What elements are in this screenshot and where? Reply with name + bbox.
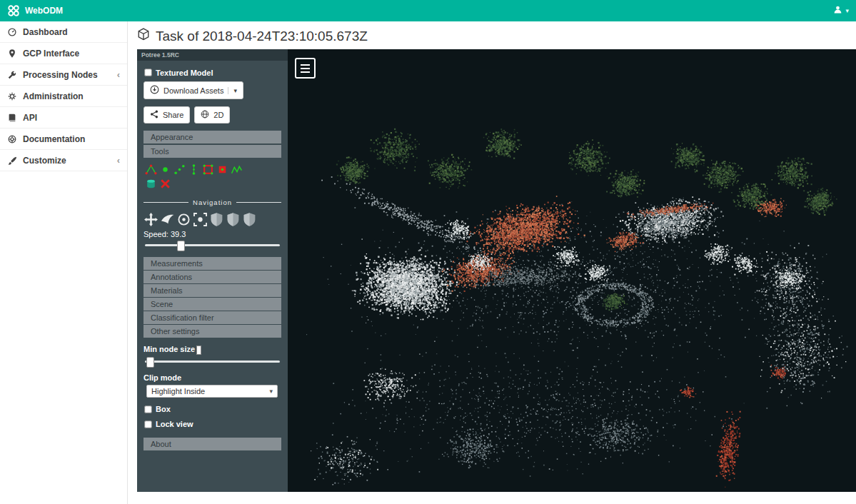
tools-section-header[interactable]: Tools [143, 145, 281, 158]
textured-model-label: Textured Model [156, 69, 213, 77]
life-ring-icon [7, 134, 17, 144]
main-sidebar: Dashboard GCP Interface Processing Nodes… [0, 21, 128, 504]
book-icon [7, 113, 17, 123]
lock-view-label: Lock view [156, 420, 193, 428]
sidebar-item-label: Documentation [23, 134, 85, 144]
potree-viewer: Potree 1.5RC Textured Model [137, 49, 856, 492]
measurement-tools [143, 158, 253, 194]
clip-mode-value: Highlight Inside [151, 387, 205, 395]
gears-icon [7, 91, 17, 101]
download-assets-button[interactable]: Download Assets ▾ [143, 81, 243, 99]
box-row: Box [143, 405, 281, 414]
menu-item-materials[interactable]: Materials [143, 284, 281, 297]
potree-panel: Potree 1.5RC Textured Model [137, 49, 288, 492]
share-label: Share [163, 111, 183, 119]
sidebar-item-api[interactable]: API [0, 107, 127, 128]
nav-move-icon[interactable] [143, 212, 158, 227]
sidebar-item-administration[interactable]: Administration [0, 86, 127, 107]
speed-slider[interactable] [145, 241, 280, 250]
user-menu[interactable]: ▾ [833, 4, 849, 17]
caret-down-icon: ▾ [269, 388, 273, 395]
webodm-app: WebODM ▾ Dashboard GCP [0, 0, 856, 504]
nav-focus-icon[interactable] [193, 212, 208, 227]
dashboard-icon [7, 27, 17, 37]
navigation-divider: Navigation [143, 198, 281, 206]
caret-down-icon: ▾ [845, 7, 849, 14]
speed-label: Speed: 39.3 [143, 230, 281, 238]
textured-model-row: Textured Model [143, 68, 281, 77]
nav-flight-icon[interactable] [160, 212, 175, 227]
menu-item-annotations[interactable]: Annotations [143, 271, 281, 283]
camera-view-icon[interactable] [209, 212, 224, 227]
chevron-left-icon: ‹ [117, 69, 120, 80]
box-label: Box [156, 405, 171, 413]
cube-icon [137, 28, 150, 44]
webodm-logo-icon [7, 4, 20, 17]
clip-mode-label: Clip mode [143, 373, 281, 382]
speed-slider-handle[interactable] [177, 241, 185, 251]
min-node-size-value-handle[interactable] [196, 346, 201, 355]
sidebar-item-dashboard[interactable]: Dashboard [0, 21, 127, 43]
share-button[interactable]: Share [143, 106, 190, 124]
sidebar-item-label: Processing Nodes [23, 70, 98, 80]
caret-down-icon: ▾ [228, 87, 237, 94]
min-node-size-slider-handle[interactable] [146, 357, 154, 368]
menu-item-scene[interactable]: Scene [143, 298, 281, 311]
top-navbar: WebODM ▾ [0, 0, 856, 21]
map-marker-icon [7, 49, 17, 59]
min-node-size-label: Min node size [143, 345, 281, 355]
page-title: Task of 2018-04-24T23:10:05.673Z [137, 28, 856, 44]
textured-model-checkbox[interactable] [144, 69, 151, 76]
sidebar-item-label: Dashboard [23, 27, 68, 37]
navigation-tools [143, 211, 281, 228]
nav-orbit-icon[interactable] [176, 212, 191, 227]
measure-point-icon[interactable] [159, 163, 171, 176]
navigation-label: Navigation [193, 198, 232, 206]
download-assets-label: Download Assets [163, 86, 223, 95]
sidebar-item-label: Administration [23, 91, 84, 101]
render-area [288, 49, 856, 492]
clip-volume-icon[interactable] [216, 163, 228, 176]
menu-item-other-settings[interactable]: Other settings [143, 325, 281, 338]
measure-height-icon[interactable] [188, 163, 200, 176]
measure-area-icon[interactable] [202, 163, 214, 176]
about-section-header[interactable]: About [143, 438, 281, 450]
sidebar-item-label: Customize [23, 156, 66, 166]
menu-item-measurements[interactable]: Measurements [143, 257, 281, 270]
task-title-text: Task of 2018-04-24T23:10:05.673Z [156, 29, 368, 44]
point-cloud-viewport[interactable] [288, 49, 856, 492]
sidebar-item-customize[interactable]: Customize ‹ [0, 150, 127, 171]
lock-view-row: Lock view [143, 420, 281, 429]
min-node-size-slider[interactable] [145, 357, 280, 366]
volume-tool-icon[interactable] [145, 178, 157, 190]
measure-angle-icon[interactable] [145, 163, 157, 176]
sidebar-item-label: GCP Interface [23, 49, 79, 59]
brand-link[interactable]: WebODM [7, 4, 63, 17]
main-content: Task of 2018-04-24T23:10:05.673Z Potree … [128, 21, 856, 504]
2d-label: 2D [213, 111, 223, 119]
viewer-menu-button[interactable] [295, 58, 316, 79]
clip-mode-select[interactable]: Highlight Inside ▾ [146, 385, 278, 398]
share-icon [150, 110, 158, 120]
globe-icon [201, 110, 209, 120]
camera-view-icon[interactable] [226, 212, 241, 227]
sidebar-item-documentation[interactable]: Documentation [0, 128, 127, 150]
appearance-section-header[interactable]: Appearance [143, 131, 281, 143]
paintbrush-icon [7, 156, 17, 166]
lock-view-checkbox[interactable] [144, 420, 151, 428]
hamburger-icon [301, 64, 310, 66]
box-checkbox[interactable] [144, 405, 151, 413]
wrench-icon [7, 70, 17, 80]
camera-view-icon[interactable] [242, 212, 257, 227]
sidebar-item-processing-nodes[interactable]: Processing Nodes ‹ [0, 64, 127, 86]
download-icon [150, 85, 159, 96]
menu-item-classification-filter[interactable]: Classification filter [143, 311, 281, 324]
height-profile-icon[interactable] [231, 163, 243, 176]
2d-view-button[interactable]: 2D [194, 106, 230, 124]
remove-measurements-icon[interactable] [159, 178, 171, 190]
sidebar-item-gcp-interface[interactable]: GCP Interface [0, 43, 127, 64]
panel-sections: Measurements Annotations Materials Scene… [143, 257, 281, 338]
brand-label: WebODM [25, 6, 63, 16]
chevron-left-icon: ‹ [117, 155, 120, 166]
measure-distance-icon[interactable] [173, 163, 186, 176]
